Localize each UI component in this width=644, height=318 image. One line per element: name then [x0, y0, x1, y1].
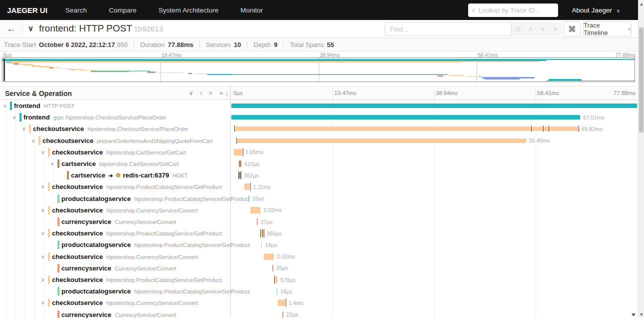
row-expander-chevron-icon[interactable]: ∨: [22, 126, 25, 132]
span-row[interactable]: productcatalogservicehipstershop.Product…: [0, 239, 638, 250]
row-expander-chevron-icon[interactable]: ∨: [41, 300, 44, 306]
service-color-chip: [48, 182, 50, 191]
scroll-down-icon[interactable]: [640, 314, 643, 316]
span-row[interactable]: ∨frontendHTTP POST: [0, 100, 638, 112]
span-row[interactable]: ∨checkoutservicehipstershop.ProductCatal…: [0, 181, 638, 192]
span-duration-bar[interactable]: [244, 184, 250, 190]
window-scrollbar[interactable]: [638, 0, 644, 318]
span-duration-bar[interactable]: [274, 276, 277, 283]
operation-name: hipstershop.ProductCatalogService/GetPro…: [134, 288, 250, 294]
span-duration-bar[interactable]: [278, 300, 285, 306]
row-expander-chevron-icon[interactable]: ∨: [41, 254, 44, 260]
service-name: frontendHTTP POST: [14, 102, 74, 110]
find-box[interactable]: [385, 22, 512, 36]
clear-search-icon[interactable]: ✕: [553, 26, 558, 32]
collapse-one-icon[interactable]: ∨: [189, 90, 193, 96]
span-duration-label: 67.01ms: [583, 114, 604, 120]
minimap-canvas[interactable]: [2, 58, 635, 82]
minimap-drag-handle[interactable]: [3, 58, 5, 81]
service-name: currencyserviceCurrencyService/Convert: [61, 264, 176, 272]
keyboard-shortcuts-button[interactable]: ⌘: [564, 22, 581, 36]
service-name: checkoutservicehipstershop.ProductCatalo…: [52, 183, 222, 190]
about-jaeger-menu[interactable]: About Jaeger ∨: [572, 6, 620, 14]
span-row[interactable]: ∨checkoutservicehipstershop.ProductCatal…: [0, 228, 638, 239]
span-duration-bar[interactable]: [231, 104, 637, 108]
trace-id-lookup[interactable]: ⌕: [468, 4, 558, 17]
row-expander-chevron-icon[interactable]: ∨: [41, 208, 44, 213]
span-row[interactable]: ∨checkoutservicehipstershop.CartService/…: [0, 146, 638, 158]
trace-view-selector[interactable]: Trace Timeline ∨: [583, 22, 632, 36]
search-icon: ⌕: [472, 6, 476, 14]
span-row[interactable]: ∨checkoutservicehipstershop.CheckoutServ…: [0, 123, 638, 134]
span-duration-bar[interactable]: [234, 126, 579, 131]
span-row[interactable]: currencyserviceCurrencyService/Convert25…: [0, 262, 638, 274]
span-duration-bar[interactable]: [248, 196, 249, 202]
span-row[interactable]: productcatalogservicehipstershop.Product…: [0, 286, 638, 297]
collapse-trace-caret[interactable]: ∨: [28, 24, 33, 33]
row-expander-chevron-icon[interactable]: ∨: [41, 230, 44, 236]
span-row[interactable]: ∨checkoutservicehipstershop.CurrencyServ…: [0, 297, 638, 308]
span-log-marker: [286, 298, 286, 307]
nav-item-compare[interactable]: Compare: [98, 6, 148, 14]
span-row[interactable]: ∨checkoutservicehipstershop.ProductCatal…: [0, 274, 638, 286]
trace-id-lookup-input[interactable]: [479, 6, 549, 14]
row-expander-chevron-icon[interactable]: ∨: [12, 114, 16, 120]
span-duration-bar[interactable]: [277, 288, 278, 294]
row-expander-chevron-icon[interactable]: ∨: [41, 184, 44, 190]
span-duration-bar[interactable]: [261, 242, 262, 248]
row-expander-chevron-icon[interactable]: ∨: [41, 150, 44, 155]
operation-name: hipstershop.ProductCatalogService/GetPro…: [134, 196, 250, 202]
scrollbar-thumb[interactable]: [639, 28, 644, 132]
timeline-scroll-down-icon[interactable]: [632, 314, 636, 316]
span-duration-bar[interactable]: [257, 218, 258, 225]
row-expander-chevron-icon[interactable]: ∨: [31, 138, 35, 144]
span-row[interactable]: ∨checkoutserviceprepareOrderItemsAndShip…: [0, 135, 638, 146]
panel-resize-grip[interactable]: ∥: [226, 90, 229, 97]
nav-item-monitor[interactable]: Monitor: [229, 6, 274, 14]
collapse-all-icon[interactable]: »: [207, 92, 214, 95]
span-duration-label: 1.4ms: [288, 300, 303, 306]
span-row[interactable]: ∨checkoutservicehipstershop.CurrencyServ…: [0, 251, 638, 262]
minimap-span-segment: [9, 62, 461, 63]
span-duration-bar[interactable]: [250, 207, 260, 214]
service-color-chip: [19, 113, 21, 122]
brand-jaeger-ui[interactable]: JAEGER UI: [0, 6, 54, 14]
span-row[interactable]: ∨cartservicehipstershop.CartService/GetC…: [0, 158, 638, 170]
service-name: checkoutservicehipstershop.CheckoutServi…: [33, 125, 188, 132]
span-row[interactable]: currencyserviceCurrencyService/Convert27…: [0, 216, 638, 228]
summary-label: Depth: [253, 41, 271, 48]
nav-item-system-architecture[interactable]: System Architecture: [147, 6, 229, 14]
service-name: checkoutservicehipstershop.ProductCatalo…: [52, 230, 222, 237]
service-name: productcatalogservicehipstershop.Product…: [61, 288, 250, 295]
span-duration-bar[interactable]: [264, 254, 274, 260]
find-input[interactable]: [390, 26, 505, 33]
span-row[interactable]: ∨checkoutservicehipstershop.CurrencyServ…: [0, 204, 638, 216]
span-duration-bar[interactable]: [234, 149, 242, 156]
focus-match-icon[interactable]: ◎: [516, 26, 521, 32]
span-duration-bar[interactable]: [239, 172, 241, 178]
expand-one-icon[interactable]: ›: [200, 90, 202, 96]
span-duration-bar[interactable]: [236, 138, 526, 143]
row-expander-chevron-icon[interactable]: ∨: [41, 277, 44, 282]
minimap-span-segment: [49, 68, 54, 68]
minimap-span-segment: [479, 76, 481, 77]
expand-all-icon[interactable]: »: [219, 90, 223, 96]
service-color-chip: [67, 171, 69, 180]
scroll-up-icon[interactable]: [640, 3, 643, 6]
span-duration-bar[interactable]: [231, 115, 580, 120]
prev-match-icon[interactable]: ∧: [529, 26, 533, 32]
span-duration-label: 510μs: [244, 161, 259, 167]
back-button[interactable]: ←: [0, 20, 23, 38]
summary-separator: [199, 41, 200, 48]
next-match-icon[interactable]: ∨: [541, 26, 545, 32]
span-row[interactable]: ∨frontendgrpc.hipstershop.CheckoutServic…: [0, 112, 638, 123]
span-row[interactable]: cartservice➜redis-cart:6379HGET352μs: [0, 170, 638, 181]
row-expander-chevron-icon[interactable]: ∨: [50, 161, 54, 166]
span-duration-bar[interactable]: [272, 265, 273, 272]
row-expander-chevron-icon[interactable]: ∨: [3, 103, 6, 108]
span-duration-bar[interactable]: [282, 312, 283, 318]
nav-item-search[interactable]: Search: [54, 6, 98, 14]
span-row[interactable]: productcatalogservicehipstershop.Product…: [0, 193, 638, 204]
span-duration-bar[interactable]: [239, 160, 241, 167]
span-row[interactable]: currencyserviceCurrencyService/Convert22…: [0, 309, 638, 318]
